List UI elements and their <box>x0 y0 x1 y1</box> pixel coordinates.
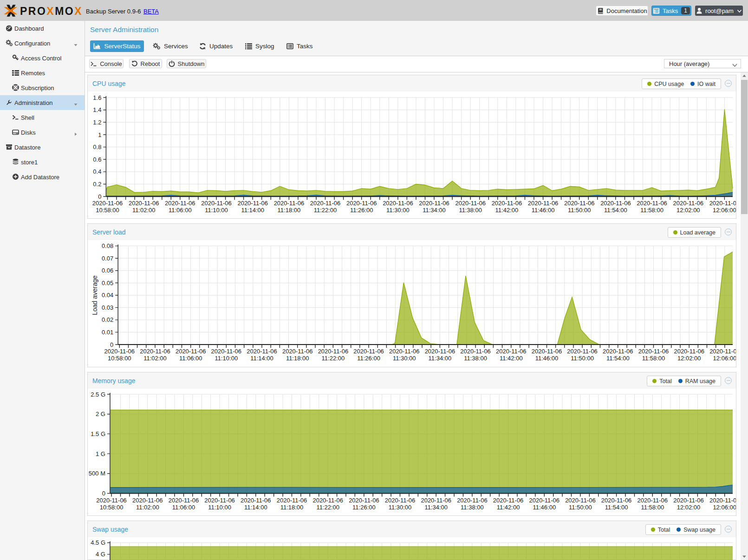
svg-text:11:38:00: 11:38:00 <box>461 504 484 511</box>
svg-text:12:06:00: 12:06:00 <box>713 355 736 362</box>
svg-text:1.6: 1.6 <box>93 94 101 101</box>
svg-text:11:38:00: 11:38:00 <box>464 355 487 362</box>
svg-text:2020-11-06: 2020-11-06 <box>96 497 127 504</box>
svg-text:11:50:00: 11:50:00 <box>569 504 592 511</box>
svg-text:2020-11-06: 2020-11-06 <box>709 348 736 355</box>
svg-text:2020-11-06: 2020-11-06 <box>201 200 232 207</box>
svg-text:11:58:00: 11:58:00 <box>641 504 664 511</box>
svg-text:2020-11-06: 2020-11-06 <box>204 497 235 504</box>
svg-text:11:50:00: 11:50:00 <box>571 355 594 362</box>
svg-text:2020-11-06: 2020-11-06 <box>211 348 242 355</box>
svg-text:11:26:00: 11:26:00 <box>352 504 376 511</box>
svg-text:2020-11-06: 2020-11-06 <box>353 348 384 355</box>
svg-text:0.8: 0.8 <box>93 143 101 150</box>
svg-text:10:58:00: 10:58:00 <box>100 504 124 511</box>
svg-text:500 M: 500 M <box>89 470 105 477</box>
svg-text:2020-11-06: 2020-11-06 <box>104 348 135 355</box>
svg-text:2020-11-06: 2020-11-06 <box>637 200 667 207</box>
svg-text:11:26:00: 11:26:00 <box>350 207 373 214</box>
svg-text:11:34:00: 11:34:00 <box>424 504 448 511</box>
svg-text:2020-11-06: 2020-11-06 <box>383 200 413 207</box>
svg-text:11:34:00: 11:34:00 <box>423 207 446 214</box>
svg-text:2020-11-06: 2020-11-06 <box>601 497 632 504</box>
svg-text:10:58:00: 10:58:00 <box>108 355 131 362</box>
svg-text:11:02:00: 11:02:00 <box>136 504 159 511</box>
svg-text:2020-11-06: 2020-11-06 <box>674 348 704 355</box>
svg-text:2020-11-06: 2020-11-06 <box>385 497 416 504</box>
svg-text:2020-11-06: 2020-11-06 <box>274 200 305 207</box>
svg-text:11:22:00: 11:22:00 <box>322 355 345 362</box>
svg-text:11:34:00: 11:34:00 <box>429 355 452 362</box>
svg-text:2020-11-06: 2020-11-06 <box>709 200 736 207</box>
svg-text:0.03: 0.03 <box>102 304 113 311</box>
svg-text:12:06:00: 12:06:00 <box>713 504 736 511</box>
svg-text:2020-11-06: 2020-11-06 <box>600 200 631 207</box>
svg-text:2020-11-06: 2020-11-06 <box>312 497 343 504</box>
svg-text:0.06: 0.06 <box>102 267 113 274</box>
svg-text:2020-11-06: 2020-11-06 <box>346 200 377 207</box>
svg-text:11:54:00: 11:54:00 <box>604 207 627 214</box>
svg-text:4.5 G: 4.5 G <box>91 539 105 546</box>
svg-text:2020-11-06: 2020-11-06 <box>673 497 704 504</box>
svg-text:11:06:00: 11:06:00 <box>172 504 195 511</box>
svg-text:2020-11-06: 2020-11-06 <box>176 348 206 355</box>
svg-text:2020-11-06: 2020-11-06 <box>169 497 199 504</box>
svg-text:2020-11-06: 2020-11-06 <box>460 348 491 355</box>
svg-text:2020-11-06: 2020-11-06 <box>673 200 704 207</box>
svg-text:11:22:00: 11:22:00 <box>316 504 339 511</box>
svg-text:11:30:00: 11:30:00 <box>393 355 416 362</box>
svg-text:2020-11-06: 2020-11-06 <box>532 348 562 355</box>
svg-text:2020-11-06: 2020-11-06 <box>493 497 524 504</box>
svg-text:2020-11-06: 2020-11-06 <box>318 348 349 355</box>
svg-text:2020-11-06: 2020-11-06 <box>237 200 268 207</box>
svg-text:0.6: 0.6 <box>93 156 101 163</box>
svg-text:2.5 G: 2.5 G <box>91 391 105 398</box>
svg-text:2020-11-06: 2020-11-06 <box>567 348 598 355</box>
svg-text:11:50:00: 11:50:00 <box>568 207 591 214</box>
svg-text:11:06:00: 11:06:00 <box>179 355 202 362</box>
svg-text:2020-11-06: 2020-11-06 <box>241 497 271 504</box>
svg-text:2020-11-06: 2020-11-06 <box>277 497 307 504</box>
svg-text:2020-11-06: 2020-11-06 <box>528 200 559 207</box>
svg-text:0.4: 0.4 <box>93 168 101 175</box>
svg-text:11:58:00: 11:58:00 <box>642 355 665 362</box>
svg-text:0.04: 0.04 <box>102 292 113 299</box>
svg-text:11:02:00: 11:02:00 <box>132 207 156 214</box>
svg-text:2020-11-06: 2020-11-06 <box>425 348 455 355</box>
svg-text:2020-11-06: 2020-11-06 <box>92 200 123 207</box>
svg-text:11:14:00: 11:14:00 <box>241 207 264 214</box>
svg-text:2 G: 2 G <box>96 410 105 417</box>
svg-text:11:02:00: 11:02:00 <box>143 355 167 362</box>
svg-text:2020-11-06: 2020-11-06 <box>349 497 379 504</box>
svg-text:1 G: 1 G <box>96 450 105 457</box>
svg-text:2020-11-06: 2020-11-06 <box>247 348 277 355</box>
svg-text:11:30:00: 11:30:00 <box>386 207 410 214</box>
svg-text:1: 1 <box>98 131 101 138</box>
svg-text:2020-11-06: 2020-11-06 <box>565 497 596 504</box>
svg-text:11:42:00: 11:42:00 <box>497 504 520 511</box>
svg-text:2020-11-06: 2020-11-06 <box>165 200 195 207</box>
svg-text:2020-11-06: 2020-11-06 <box>709 497 736 504</box>
svg-text:11:46:00: 11:46:00 <box>532 207 555 214</box>
svg-text:11:42:00: 11:42:00 <box>495 207 519 214</box>
svg-text:11:58:00: 11:58:00 <box>640 207 663 214</box>
svg-text:1.4: 1.4 <box>93 106 101 113</box>
svg-text:11:54:00: 11:54:00 <box>606 355 630 362</box>
svg-text:2020-11-06: 2020-11-06 <box>492 200 522 207</box>
svg-text:Load average: Load average <box>91 275 98 315</box>
svg-text:2020-11-06: 2020-11-06 <box>282 348 313 355</box>
svg-text:11:14:00: 11:14:00 <box>244 504 267 511</box>
svg-text:11:22:00: 11:22:00 <box>314 207 337 214</box>
svg-text:0: 0 <box>98 193 101 200</box>
svg-text:2020-11-06: 2020-11-06 <box>140 348 170 355</box>
svg-text:0.05: 0.05 <box>102 280 113 287</box>
svg-text:12:02:00: 12:02:00 <box>677 504 701 511</box>
svg-text:12:02:00: 12:02:00 <box>676 207 700 214</box>
svg-text:11:10:00: 11:10:00 <box>208 504 231 511</box>
svg-text:2020-11-06: 2020-11-06 <box>603 348 633 355</box>
svg-text:4 G: 4 G <box>96 551 105 558</box>
svg-text:11:46:00: 11:46:00 <box>533 504 556 511</box>
svg-text:0.08: 0.08 <box>102 242 113 249</box>
svg-text:11:38:00: 11:38:00 <box>459 207 482 214</box>
svg-text:2020-11-06: 2020-11-06 <box>529 497 560 504</box>
